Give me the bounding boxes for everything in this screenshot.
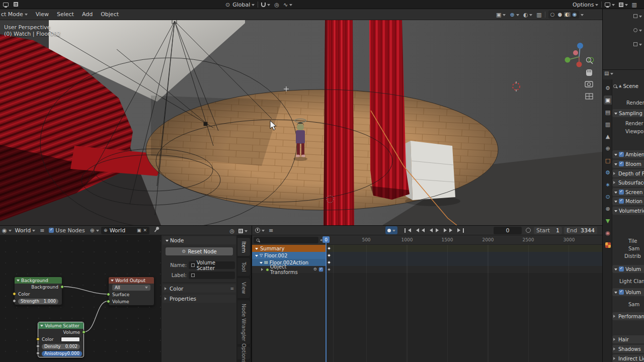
section-depth-of-field[interactable]: Depth of F <box>612 169 644 177</box>
menu-select[interactable]: Select <box>53 9 78 20</box>
tab-node-wrangler[interactable]: Node Wrangler <box>237 300 251 345</box>
properties-panel-header[interactable]: Properties <box>163 295 236 303</box>
sampling-render-row[interactable]: Render <box>612 119 644 127</box>
channel-object-transforms[interactable]: Object Transforms⚙ <box>252 266 327 273</box>
options-dropdown[interactable]: Options <box>573 2 594 8</box>
section-subsurface[interactable]: Subsurface <box>612 178 644 187</box>
pin-icon[interactable] <box>154 228 158 232</box>
fake-user-icon[interactable]: ▣ <box>137 228 141 233</box>
color-socket[interactable] <box>13 292 16 296</box>
output-socket[interactable] <box>60 285 64 289</box>
menu-object[interactable]: Object <box>97 9 123 20</box>
section-shadows[interactable]: Shadows <box>612 345 644 353</box>
editor-layout-icon[interactable] <box>619 3 623 7</box>
section-performance[interactable]: Performanc <box>612 312 644 320</box>
target-dropdown[interactable]: All <box>112 285 150 291</box>
node-background[interactable]: Background Background Color Strength1.00… <box>14 277 62 305</box>
tab-options[interactable]: Options <box>237 346 251 360</box>
gizmos-icon[interactable]: ⊕ <box>510 12 514 18</box>
tab-view-layer-icon[interactable]: ▥ <box>604 120 612 129</box>
tab-tool[interactable]: Tool <box>237 257 251 277</box>
collapse-icon[interactable] <box>17 280 20 283</box>
checkbox-icon[interactable] <box>619 161 624 166</box>
xray-toggle-icon[interactable]: ▥ <box>536 12 541 18</box>
section-volumetrics[interactable]: Volumetric <box>612 207 644 215</box>
jump-to-end-button[interactable] <box>456 226 465 234</box>
orientation-dropdown[interactable]: Global <box>232 2 250 8</box>
timeline-ruler[interactable]: 500 1000 1500 2000 2500 3000 <box>326 235 602 245</box>
section-volumetric-shadows[interactable]: Volum <box>612 288 644 296</box>
section-sampling[interactable]: Sampling <box>612 109 644 117</box>
node-world-output[interactable]: World Output All Surface Volume <box>108 277 154 306</box>
start-frame-field[interactable]: Start1 <box>534 227 562 234</box>
channel-enable-checkbox[interactable] <box>319 267 324 272</box>
unlink-icon[interactable]: ✕ <box>143 228 147 233</box>
mode-dropdown[interactable]: ct Mode <box>0 9 32 20</box>
breadcrumb[interactable]: ▲Scene <box>612 82 644 90</box>
surface-socket[interactable] <box>107 293 110 296</box>
end-frame-field[interactable]: End3344 <box>564 227 597 234</box>
tab-output-icon[interactable]: ▤ <box>604 108 612 117</box>
color-swatch[interactable] <box>61 337 80 342</box>
play-reverse-button[interactable] <box>426 226 434 234</box>
tab-object-data-icon[interactable]: ▼ <box>604 216 612 225</box>
section-bloom[interactable]: Bloom <box>612 160 644 168</box>
collapse-icon[interactable] <box>111 280 114 283</box>
render-engine-row[interactable]: Render <box>612 99 644 107</box>
playhead-frame-badge[interactable]: 0 <box>323 236 330 243</box>
pivot-icon[interactable]: ⊙ <box>225 2 230 8</box>
section-hair[interactable]: Hair <box>612 335 644 343</box>
volume-output-socket[interactable] <box>82 330 86 334</box>
workspace-icon[interactable] <box>3 3 9 7</box>
proportional-edit-icon[interactable]: ◎ <box>274 2 279 8</box>
node-header[interactable]: Background <box>15 277 62 284</box>
curtain-left[interactable] <box>324 20 354 225</box>
tab-constraints-icon[interactable]: ⊗ <box>604 204 612 213</box>
node-panel-header[interactable]: Node <box>163 236 236 244</box>
editor-type-icon[interactable] <box>255 228 260 233</box>
menu-view[interactable]: View <box>32 9 53 20</box>
grid-icon[interactable] <box>14 2 18 7</box>
browse-world-icon[interactable]: ⊕ <box>90 228 95 233</box>
sampling-viewport-row[interactable]: Viewport <box>612 127 644 135</box>
snapping-icon[interactable]: ◎ <box>229 228 234 234</box>
tab-item[interactable]: Item <box>237 237 251 256</box>
falloff-curve-icon[interactable]: ∿ <box>283 2 288 8</box>
collapse-icon[interactable] <box>40 325 43 328</box>
color-panel-header[interactable]: Color≡ <box>163 285 236 293</box>
checkbox-icon[interactable] <box>619 190 624 195</box>
tab-tool-icon[interactable]: ⚙ <box>604 83 612 93</box>
volumetrics-tile-row[interactable]: Tile <box>612 237 644 245</box>
shadow-samples-row[interactable]: Sam <box>612 300 644 308</box>
editor-type-icon[interactable] <box>605 3 610 7</box>
shading-solid-icon[interactable]: ● <box>556 12 563 17</box>
tab-object-icon[interactable]: □ <box>604 156 612 165</box>
volume-socket[interactable] <box>107 300 110 303</box>
node-volume-scatter[interactable]: Volume Scatter Volume Color Density0.002… <box>38 322 84 357</box>
tab-modifiers-icon[interactable]: ⚙ <box>604 168 612 177</box>
channel-search-input[interactable] <box>254 237 318 243</box>
checkbox-icon[interactable] <box>619 266 624 272</box>
shader-type-dropdown[interactable]: World <box>15 227 31 234</box>
label-field[interactable] <box>189 272 235 279</box>
prev-keyframe-button[interactable] <box>413 226 426 234</box>
volumetrics-samples-row[interactable]: Sam <box>612 244 644 252</box>
strength-slider[interactable]: Strength1.000 <box>18 299 58 304</box>
node-header[interactable]: World Output <box>109 277 154 284</box>
reset-node-button[interactable]: ⚙Reset Node <box>166 247 233 255</box>
strength-socket[interactable] <box>13 299 16 303</box>
play-button[interactable] <box>434 226 442 234</box>
tab-world-icon[interactable]: ⊕ <box>604 144 612 153</box>
anisotropy-socket[interactable] <box>36 351 40 355</box>
checkbox-icon[interactable] <box>619 152 624 157</box>
auto-key-toggle[interactable] <box>385 226 397 234</box>
tab-view[interactable]: View <box>237 278 251 299</box>
section-screen-space[interactable]: Screen S <box>612 188 644 196</box>
tab-texture-icon[interactable] <box>604 240 612 249</box>
world-id-field[interactable]: ⊕World▣✕ <box>101 227 149 234</box>
snap-magnet-icon[interactable] <box>261 3 266 7</box>
search-icon[interactable] <box>613 84 617 88</box>
keying-set-icon[interactable] <box>526 228 531 233</box>
anisotropy-slider[interactable]: Anisotropy0.000 <box>42 351 82 356</box>
channel-summary[interactable]: Summary <box>252 245 327 252</box>
